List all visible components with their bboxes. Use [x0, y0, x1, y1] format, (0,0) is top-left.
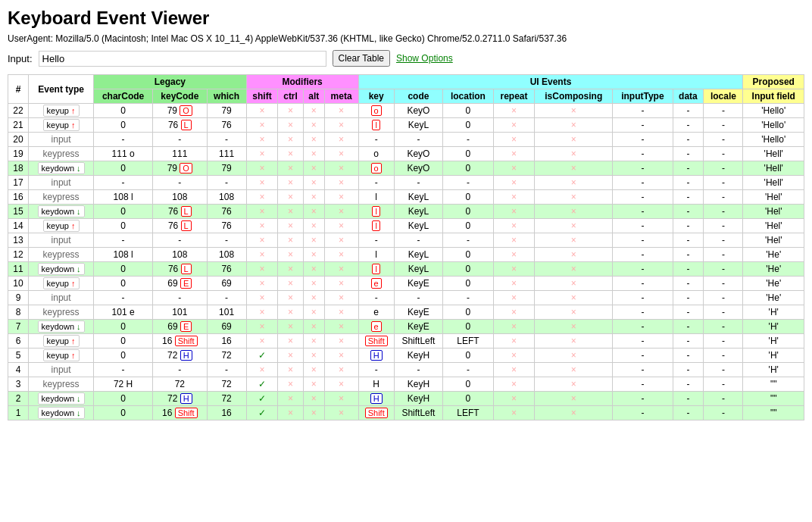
table-row: 19keypress111 o111111××××oKeyO0××---'Hel… [8, 147, 804, 161]
col-header-num: # [8, 75, 29, 104]
table-row: 18keydown ↓079 O79××××oKeyO0××---'Hell' [8, 161, 804, 176]
table-row: 21keyup ↑076 L76××××lKeyL0××---'Hello' [8, 118, 804, 133]
col-code: code [394, 89, 442, 104]
input-label: Input: [8, 53, 33, 64]
clear-button[interactable]: Clear Table [333, 50, 390, 67]
col-inputfield: Input field [743, 89, 804, 104]
useragent-text: UserAgent: Mozilla/5.0 (Macintosh; Intel… [8, 33, 804, 44]
table-row: 17input---××××---××---'Hell' [8, 176, 804, 190]
table-row: 4input---××××---××---'H' [8, 363, 804, 377]
table-row: 12keypress108 l108108××××lKeyL0××---'He' [8, 248, 804, 262]
table-row: 10keyup ↑069 E69××××eKeyE0××---'He' [8, 277, 804, 291]
col-locale: locale [704, 89, 743, 104]
table-row: 3keypress72 H7272✓×××HKeyH0××---"" [8, 377, 804, 392]
table-row: 20input---××××---××---'Hello' [8, 133, 804, 147]
show-options-link[interactable]: Show Options [396, 53, 453, 64]
header-proposed: Proposed [743, 75, 804, 89]
table-row: 9input---××××---××---'He' [8, 291, 804, 305]
text-input[interactable] [39, 51, 326, 67]
table-row: 8keypress101 e101101××××eKeyE0××---'H' [8, 305, 804, 320]
col-keycode: keyCode [153, 89, 208, 104]
table-row: 22keyup ↑079 O79××××oKeyO0××---'Hello' [8, 104, 804, 118]
header-uievents: UI Events [358, 75, 743, 89]
col-location: location [443, 89, 494, 104]
col-key: key [358, 89, 394, 104]
col-data: data [673, 89, 704, 104]
page-title: Keyboard Event Viewer [8, 8, 804, 29]
header-modifiers: Modifiers [246, 75, 358, 89]
table-row: 5keyup ↑072 H72✓×××HKeyH0××---'H' [8, 349, 804, 363]
table-row: 16keypress108 l108108××××lKeyL0××---'Hel… [8, 190, 804, 205]
col-shift: shift [246, 89, 278, 104]
header-legacy: Legacy [94, 75, 247, 89]
col-ctrl: ctrl [278, 89, 304, 104]
col-iscomposing: isComposing [535, 89, 613, 104]
col-repeat: repeat [493, 89, 535, 104]
col-inputtype: inputType [613, 89, 673, 104]
table-row: 14keyup ↑076 L76××××lKeyL0××---'Hel' [8, 219, 804, 233]
table-row: 7keydown ↓069 E69××××eKeyE0××---'H' [8, 320, 804, 334]
events-table: # Event type Legacy Modifiers UI Events … [8, 74, 804, 420]
col-charcode: charCode [94, 89, 153, 104]
col-which: which [207, 89, 246, 104]
col-alt: alt [303, 89, 324, 104]
table-row: 6keyup ↑016 Shift16××××ShiftShiftLeftLEF… [8, 334, 804, 349]
col-header-eventtype: Event type [29, 75, 94, 104]
table-row: 11keydown ↓076 L76××××lKeyL0××---'He' [8, 262, 804, 277]
table-row: 1keydown ↓016 Shift16✓×××ShiftShiftLeftL… [8, 406, 804, 420]
table-row: 15keydown ↓076 L76××××lKeyL0××---'Hel' [8, 205, 804, 219]
table-row: 2keydown ↓072 H72✓×××HKeyH0××---"" [8, 392, 804, 406]
col-meta: meta [324, 89, 358, 104]
table-row: 13input---××××---××---'Hel' [8, 233, 804, 248]
